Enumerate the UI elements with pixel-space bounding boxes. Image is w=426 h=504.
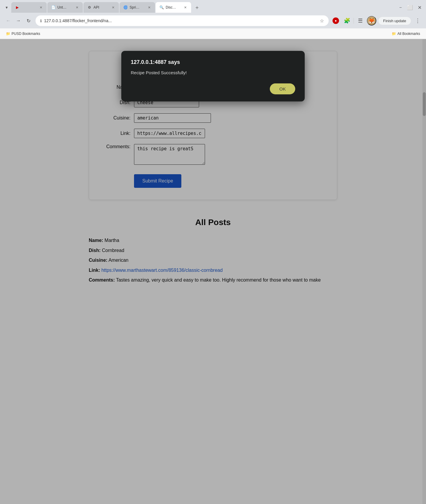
- tab-sprint-label: Spri…: [130, 5, 145, 9]
- media-icon: ☰: [358, 17, 363, 24]
- dialog-actions: OK: [131, 83, 295, 94]
- extensions-button[interactable]: 🧩: [342, 16, 352, 25]
- tab-sprint[interactable]: 🌀 Spri… ✕: [120, 2, 155, 13]
- disc-favicon: 🔍: [159, 5, 164, 10]
- bookmarks-bar: 📁 PUSD Bookmarks 📁 All Bookmarks: [0, 28, 426, 39]
- docs-favicon: 📄: [51, 5, 56, 10]
- extension-red-button[interactable]: ●: [331, 16, 341, 25]
- address-bar: ← → ↻ ℹ 127.0.0.1:4887/flocker_frontend/…: [0, 13, 426, 28]
- url-text: 127.0.0.1:4887/flocker_frontend/na...: [44, 18, 317, 23]
- reload-button[interactable]: ↻: [24, 16, 33, 25]
- red-extension-icon: ●: [333, 17, 339, 24]
- window-controls: － ⬜ ✕: [396, 3, 424, 12]
- close-window-button[interactable]: ✕: [415, 3, 424, 12]
- dialog-message: Recipe Posted Successfully!: [131, 70, 295, 75]
- restore-button[interactable]: ⬜: [406, 3, 414, 12]
- finish-update-button[interactable]: Finish update: [378, 17, 411, 25]
- dialog-title: 127.0.0.1:4887 says: [131, 59, 295, 65]
- tab-api-close[interactable]: ✕: [111, 5, 115, 10]
- toolbar-separator: [354, 18, 354, 24]
- dialog-box: 127.0.0.1:4887 says Recipe Posted Succes…: [121, 51, 305, 101]
- bookmark-pusd-label: PUSD Bookmarks: [12, 32, 40, 36]
- tab-bar: ▾ ▶ ✕ 📄 Unt… ✕ ⚙ API ✕ 🌀 Spri… ✕ 🔍 Di: [0, 0, 426, 13]
- tab-disc[interactable]: 🔍 Disc… ✕: [156, 2, 191, 13]
- bookmark-star-icon[interactable]: ☆: [320, 18, 324, 24]
- dialog-ok-button[interactable]: OK: [270, 83, 295, 94]
- forward-button[interactable]: →: [14, 16, 23, 25]
- bookmark-all[interactable]: 📁 All Bookmarks: [389, 30, 422, 37]
- bookmark-pusd[interactable]: 📁 PUSD Bookmarks: [4, 30, 43, 37]
- bookmark-all-label: All Bookmarks: [397, 32, 420, 36]
- media-button[interactable]: ☰: [356, 16, 365, 25]
- tab-sprint-close[interactable]: ✕: [147, 5, 151, 10]
- profile-avatar-icon: 🦊: [368, 17, 375, 24]
- nav-controls: ← → ↻: [4, 16, 33, 25]
- tab-docs-close[interactable]: ✕: [75, 5, 79, 10]
- tab-api[interactable]: ⚙ API ✕: [83, 2, 119, 13]
- browser-menu-button[interactable]: ⋮: [413, 16, 422, 25]
- tab-youtube-close[interactable]: ✕: [38, 5, 43, 10]
- youtube-favicon: ▶: [15, 5, 20, 10]
- sprint-favicon: 🌀: [123, 5, 128, 10]
- page-content: 127.0.0.1:4887 says Recipe Posted Succes…: [0, 39, 426, 504]
- profile-button[interactable]: 🦊: [367, 16, 376, 25]
- tab-disc-close[interactable]: ✕: [183, 5, 188, 10]
- bookmarks-right: 📁 All Bookmarks: [389, 30, 422, 37]
- tab-docs-label: Unt…: [57, 5, 73, 9]
- dialog-overlay: 127.0.0.1:4887 says Recipe Posted Succes…: [0, 39, 426, 504]
- tab-dropdown-btn[interactable]: ▾: [2, 3, 11, 12]
- tab-youtube[interactable]: ▶ ✕: [11, 2, 47, 13]
- bookmark-folder-icon: 📁: [6, 32, 10, 36]
- api-favicon: ⚙: [87, 5, 92, 10]
- tab-docs[interactable]: 📄 Unt… ✕: [47, 2, 83, 13]
- bookmark-all-folder-icon: 📁: [392, 32, 396, 36]
- back-button[interactable]: ←: [4, 16, 13, 25]
- tab-disc-label: Disc…: [166, 5, 181, 9]
- url-bar[interactable]: ℹ 127.0.0.1:4887/flocker_frontend/na... …: [36, 15, 329, 26]
- lock-icon: ℹ: [40, 19, 42, 23]
- minimize-button[interactable]: －: [396, 3, 405, 12]
- tab-api-label: API: [93, 5, 109, 9]
- new-tab-button[interactable]: ＋: [193, 3, 201, 12]
- browser-chrome: ▾ ▶ ✕ 📄 Unt… ✕ ⚙ API ✕ 🌀 Spri… ✕ 🔍 Di: [0, 0, 426, 39]
- puzzle-icon: 🧩: [344, 17, 350, 24]
- toolbar-right: ● 🧩 ☰ 🦊 Finish update ⋮: [331, 16, 422, 25]
